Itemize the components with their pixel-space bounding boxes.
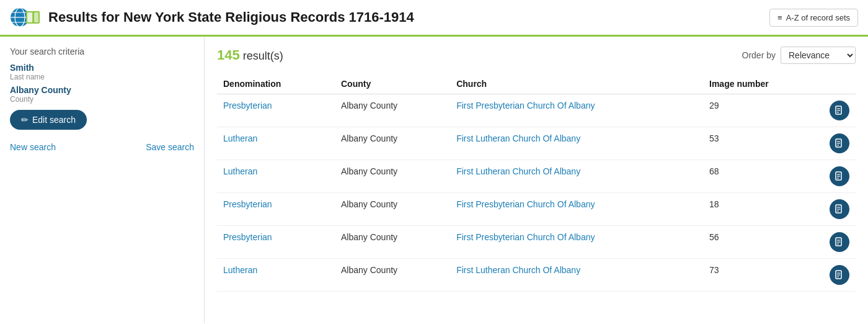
pdf-button[interactable] xyxy=(830,101,849,120)
app-logo xyxy=(10,5,41,30)
order-by-label: Order by xyxy=(742,50,776,60)
col-county: County xyxy=(335,74,450,94)
sidebar-links: New search Save search xyxy=(10,142,194,152)
cell-image-number: 29 xyxy=(703,94,823,127)
criteria-smith-value: Smith xyxy=(10,63,194,73)
denomination-link[interactable]: Lutheran xyxy=(223,166,257,176)
church-link[interactable]: First Lutheran Church Of Albany xyxy=(456,166,580,176)
cell-action xyxy=(823,127,856,160)
pdf-button[interactable] xyxy=(830,265,849,285)
pdf-button[interactable] xyxy=(830,232,849,252)
cell-action xyxy=(823,160,856,193)
col-denomination: Denomination xyxy=(217,74,335,94)
church-link[interactable]: First Presbyterian Church Of Albany xyxy=(456,101,595,110)
edit-search-button[interactable]: ✏ Edit search xyxy=(10,110,87,130)
table-row: LutheranAlbany CountyFirst Lutheran Chur… xyxy=(217,127,856,160)
criteria-county-label: County xyxy=(10,95,194,104)
cell-church: First Presbyterian Church Of Albany xyxy=(450,226,703,259)
edit-icon: ✏ xyxy=(21,115,29,125)
cell-church: First Lutheran Church Of Albany xyxy=(450,160,703,193)
svg-rect-6 xyxy=(27,12,33,22)
cell-denomination: Presbyterian xyxy=(217,226,335,259)
cell-church: First Lutheran Church Of Albany xyxy=(450,127,703,160)
results-table: Denomination County Church Image number … xyxy=(217,74,856,292)
church-link[interactable]: First Lutheran Church Of Albany xyxy=(456,133,580,143)
main-layout: Your search criteria Smith Last name Alb… xyxy=(0,37,868,323)
table-row: PresbyterianAlbany CountyFirst Presbyter… xyxy=(217,226,856,259)
az-button-label: A-Z of record sets xyxy=(786,13,850,22)
cell-county: Albany County xyxy=(335,127,450,160)
denomination-link[interactable]: Lutheran xyxy=(223,265,257,275)
cell-denomination: Presbyterian xyxy=(217,193,335,226)
table-row: PresbyterianAlbany CountyFirst Presbyter… xyxy=(217,193,856,226)
sidebar-section-title: Your search criteria xyxy=(10,47,194,56)
results-number: 145 xyxy=(217,47,240,63)
cell-image-number: 56 xyxy=(703,226,823,259)
criteria-name: Smith Last name xyxy=(10,63,194,81)
cell-denomination: Lutheran xyxy=(217,127,335,160)
table-row: PresbyterianAlbany CountyFirst Presbyter… xyxy=(217,94,856,127)
cell-county: Albany County xyxy=(335,94,450,127)
edit-search-label: Edit search xyxy=(32,115,76,125)
results-header: 145 result(s) Order by Relevance Date Na… xyxy=(217,47,856,64)
cell-action xyxy=(823,94,856,127)
cell-denomination: Lutheran xyxy=(217,160,335,193)
new-search-link[interactable]: New search xyxy=(10,142,56,152)
cell-denomination: Lutheran xyxy=(217,259,335,292)
criteria-smith-label: Last name xyxy=(10,73,194,81)
header: Results for New York State Religious Rec… xyxy=(0,0,868,37)
order-by-container: Order by Relevance Date Name xyxy=(742,47,856,64)
denomination-link[interactable]: Presbyterian xyxy=(223,199,272,209)
cell-action xyxy=(823,259,856,292)
cell-denomination: Presbyterian xyxy=(217,94,335,127)
cell-county: Albany County xyxy=(335,160,450,193)
col-action xyxy=(823,74,856,94)
results-suffix: result(s) xyxy=(243,50,283,62)
col-church: Church xyxy=(450,74,703,94)
pdf-button[interactable] xyxy=(830,133,849,153)
col-image-number: Image number xyxy=(703,74,823,94)
criteria-county: Albany County County xyxy=(10,85,194,104)
church-link[interactable]: First Presbyterian Church Of Albany xyxy=(456,199,595,209)
cell-image-number: 73 xyxy=(703,259,823,292)
cell-action xyxy=(823,193,856,226)
pdf-button[interactable] xyxy=(830,199,849,219)
az-records-button[interactable]: ≡ A-Z of record sets xyxy=(769,9,858,27)
cell-church: First Presbyterian Church Of Albany xyxy=(450,193,703,226)
denomination-link[interactable]: Presbyterian xyxy=(223,101,272,110)
cell-county: Albany County xyxy=(335,193,450,226)
table-row: LutheranAlbany CountyFirst Lutheran Chur… xyxy=(217,259,856,292)
order-by-select[interactable]: Relevance Date Name xyxy=(781,47,856,64)
results-count: 145 result(s) xyxy=(217,47,283,63)
cell-image-number: 53 xyxy=(703,127,823,160)
cell-county: Albany County xyxy=(335,259,450,292)
denomination-link[interactable]: Lutheran xyxy=(223,133,257,143)
sidebar: Your search criteria Smith Last name Alb… xyxy=(0,37,205,323)
cell-image-number: 18 xyxy=(703,193,823,226)
cell-church: First Presbyterian Church Of Albany xyxy=(450,94,703,127)
content-area: 145 result(s) Order by Relevance Date Na… xyxy=(205,37,868,323)
table-row: LutheranAlbany CountyFirst Lutheran Chur… xyxy=(217,160,856,193)
criteria-county-value: Albany County xyxy=(10,85,194,95)
cell-action xyxy=(823,226,856,259)
denomination-link[interactable]: Presbyterian xyxy=(223,232,272,242)
church-link[interactable]: First Presbyterian Church Of Albany xyxy=(456,232,595,242)
cell-image-number: 68 xyxy=(703,160,823,193)
svg-rect-7 xyxy=(34,12,38,22)
pdf-button[interactable] xyxy=(830,166,849,186)
church-link[interactable]: First Lutheran Church Of Albany xyxy=(456,265,580,275)
cell-county: Albany County xyxy=(335,226,450,259)
page-title: Results for New York State Religious Rec… xyxy=(48,9,769,25)
table-header-row: Denomination County Church Image number xyxy=(217,74,856,94)
list-icon: ≡ xyxy=(777,13,782,22)
save-search-link[interactable]: Save search xyxy=(146,142,194,152)
cell-church: First Lutheran Church Of Albany xyxy=(450,259,703,292)
